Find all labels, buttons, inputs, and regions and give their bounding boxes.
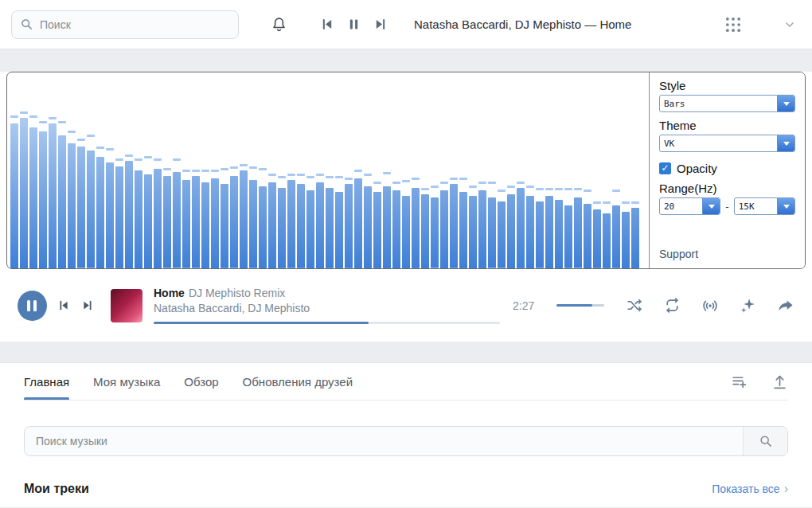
visualizer-bar (297, 72, 305, 268)
track-info: HomeDJ Mephisto Remix Natasha Baccardi, … (154, 287, 500, 324)
pause-icon[interactable] (347, 18, 361, 31)
range-label: Range(Hz) (659, 182, 795, 195)
show-all-link[interactable]: Показать все › (712, 483, 788, 495)
repeat-icon[interactable] (664, 297, 681, 314)
album-art[interactable] (111, 289, 142, 322)
pause-button[interactable] (18, 291, 47, 321)
range-to-select[interactable]: 15K (734, 197, 795, 215)
topbar-media-controls (321, 18, 387, 31)
player-bar: HomeDJ Mephisto Remix Natasha Baccardi, … (6, 269, 806, 342)
visualizer-bar (268, 72, 276, 268)
visualizer-bar (536, 72, 544, 268)
dropdown-arrow-icon (702, 198, 720, 214)
dropdown-arrow-icon (777, 96, 794, 111)
theme-label: Theme (659, 119, 795, 132)
visualizer-bar (49, 72, 57, 268)
sparkle-icon[interactable] (740, 297, 756, 314)
theme-select-value: VK (660, 139, 777, 149)
visualizer-bar (20, 72, 28, 268)
player-action-icons (627, 297, 794, 315)
content-section: Главная Моя музыка Обзор Обновления друз… (0, 362, 812, 507)
add-playlist-icon[interactable] (731, 373, 748, 390)
next-track-icon[interactable] (373, 18, 387, 31)
volume-slider[interactable] (556, 304, 604, 307)
shuffle-icon[interactable] (627, 297, 643, 314)
visualizer-bar (574, 72, 582, 268)
share-icon[interactable] (777, 297, 794, 315)
visualizer-bar (68, 72, 76, 268)
visualizer-bar (450, 72, 458, 268)
range-controls: 20 - 15K (659, 197, 795, 215)
visualizer-bar (39, 72, 47, 268)
visualizer-settings-panel: Style Bars Theme VK ✓ Opacity Range(Hz) … (649, 72, 805, 268)
visualizer-bar (201, 72, 209, 268)
tab-moya-muzyka[interactable]: Моя музыка (93, 363, 160, 400)
visualizer-bar (182, 72, 190, 268)
visualizer-bar (412, 72, 420, 268)
visualizer-bar (29, 72, 37, 268)
track-artist: Natasha Baccardi, DJ Mephisto (154, 302, 500, 315)
visualizer-bar (163, 72, 171, 268)
visualizer-bar (287, 72, 295, 268)
previous-track-icon[interactable] (321, 18, 334, 31)
tab-obzor[interactable]: Обзор (184, 363, 218, 400)
visualizer-bar (335, 72, 343, 268)
visualizer-bars (7, 72, 649, 268)
style-select[interactable]: Bars (659, 95, 795, 112)
visualizer-bar (125, 72, 133, 268)
notifications-bell-icon[interactable] (271, 16, 287, 33)
visualizer-bar (173, 72, 181, 268)
track-title: Home (154, 287, 185, 299)
global-search[interactable] (11, 10, 239, 39)
support-link[interactable]: Support (659, 248, 795, 260)
progress-fill (154, 322, 369, 324)
range-from-select[interactable]: 20 (659, 197, 720, 215)
broadcast-icon[interactable] (701, 297, 719, 315)
visualizer-bar (10, 72, 18, 268)
visualizer-bar (154, 72, 162, 268)
visualizer-bar (364, 72, 372, 268)
opacity-label: Opacity (677, 162, 717, 175)
dropdown-arrow-icon (777, 198, 794, 214)
search-icon (20, 18, 33, 31)
visualizer-bar (106, 72, 114, 268)
visualizer-bar (144, 72, 152, 268)
section-title: Мои треки (24, 482, 89, 496)
opacity-checkbox-row[interactable]: ✓ Opacity (659, 162, 795, 175)
chevron-right-icon: › (784, 483, 788, 494)
visualizer-bar (316, 72, 324, 268)
visualizer-bar (526, 72, 534, 268)
visualizer-bar (115, 72, 123, 268)
global-search-input[interactable] (40, 18, 230, 31)
upload-icon[interactable] (771, 373, 788, 390)
visualizer-bar (77, 72, 85, 268)
apps-grid-icon[interactable] (724, 16, 742, 33)
visualizer-bar (459, 72, 467, 268)
music-search-button[interactable] (743, 427, 787, 455)
background-gap (0, 342, 812, 362)
chevron-down-icon[interactable] (783, 18, 796, 31)
visualizer-bar (306, 72, 314, 268)
theme-select[interactable]: VK (659, 135, 795, 152)
opacity-checkbox[interactable]: ✓ (659, 162, 671, 174)
music-search-input[interactable] (25, 427, 743, 455)
visualizer-bar (135, 72, 142, 268)
visualizer-bar (440, 72, 448, 268)
visualizer-bar (564, 72, 572, 268)
visualizer-bar (278, 72, 286, 268)
tab-glavnaya[interactable]: Главная (24, 363, 69, 400)
volume-fill (556, 304, 592, 307)
previous-track-icon[interactable] (58, 299, 70, 311)
tab-obnovleniya-druzey[interactable]: Обновления друзей (243, 363, 353, 400)
visualizer-bar (421, 72, 429, 268)
progress-bar[interactable] (154, 322, 500, 324)
visualizer-bar (488, 72, 496, 268)
music-search[interactable] (24, 426, 788, 456)
show-all-label: Показать все (712, 483, 779, 495)
visualizer-bar (96, 72, 104, 268)
visualizer-bar (402, 72, 410, 268)
dropdown-arrow-icon (777, 135, 794, 151)
next-track-icon[interactable] (81, 299, 93, 311)
visualizer-bar (622, 72, 630, 268)
visualizer-bar (392, 72, 400, 268)
